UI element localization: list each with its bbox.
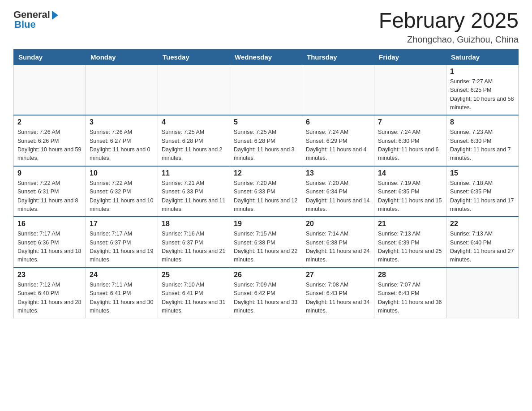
calendar-cell <box>158 64 230 115</box>
day-info: Sunrise: 7:22 AMSunset: 6:32 PMDaylight:… <box>90 179 154 214</box>
location-title: Zhongchao, Guizhou, China <box>379 34 519 45</box>
calendar-cell: 10Sunrise: 7:22 AMSunset: 6:32 PMDayligh… <box>86 166 158 217</box>
calendar-week-row: 9Sunrise: 7:22 AMSunset: 6:31 PMDaylight… <box>14 166 519 217</box>
day-number: 12 <box>234 169 298 177</box>
calendar-cell: 23Sunrise: 7:12 AMSunset: 6:40 PMDayligh… <box>14 268 86 318</box>
logo-arrow-icon <box>52 11 58 20</box>
day-info: Sunrise: 7:17 AMSunset: 6:37 PMDaylight:… <box>90 230 154 265</box>
day-info: Sunrise: 7:26 AMSunset: 6:26 PMDaylight:… <box>17 128 82 163</box>
day-info: Sunrise: 7:10 AMSunset: 6:41 PMDaylight:… <box>162 281 226 316</box>
calendar-cell: 20Sunrise: 7:14 AMSunset: 6:38 PMDayligh… <box>302 217 374 268</box>
calendar-header-saturday: Saturday <box>446 49 519 64</box>
calendar-cell: 27Sunrise: 7:08 AMSunset: 6:43 PMDayligh… <box>302 268 374 318</box>
day-info: Sunrise: 7:27 AMSunset: 6:25 PMDaylight:… <box>450 77 515 112</box>
calendar-cell: 25Sunrise: 7:10 AMSunset: 6:41 PMDayligh… <box>158 268 230 318</box>
calendar-cell <box>14 64 86 115</box>
calendar-cell: 18Sunrise: 7:16 AMSunset: 6:37 PMDayligh… <box>158 217 230 268</box>
calendar-cell: 3Sunrise: 7:26 AMSunset: 6:27 PMDaylight… <box>86 115 158 166</box>
calendar-cell: 4Sunrise: 7:25 AMSunset: 6:28 PMDaylight… <box>158 115 230 166</box>
calendar-cell <box>86 64 158 115</box>
day-info: Sunrise: 7:08 AMSunset: 6:43 PMDaylight:… <box>306 281 370 316</box>
calendar-header-tuesday: Tuesday <box>158 49 230 64</box>
day-number: 16 <box>17 220 82 228</box>
day-number: 10 <box>90 169 154 177</box>
calendar-header-monday: Monday <box>86 49 158 64</box>
day-number: 27 <box>306 271 370 279</box>
day-info: Sunrise: 7:07 AMSunset: 6:43 PMDaylight:… <box>378 281 442 316</box>
day-number: 22 <box>450 220 515 228</box>
day-number: 14 <box>378 169 442 177</box>
day-number: 4 <box>162 118 226 126</box>
calendar-cell: 2Sunrise: 7:26 AMSunset: 6:26 PMDaylight… <box>14 115 86 166</box>
calendar-week-row: 16Sunrise: 7:17 AMSunset: 6:36 PMDayligh… <box>14 217 519 268</box>
calendar-header-wednesday: Wednesday <box>230 49 302 64</box>
day-info: Sunrise: 7:20 AMSunset: 6:34 PMDaylight:… <box>306 179 370 214</box>
day-info: Sunrise: 7:17 AMSunset: 6:36 PMDaylight:… <box>17 230 82 265</box>
calendar-cell <box>230 64 302 115</box>
calendar-cell: 6Sunrise: 7:24 AMSunset: 6:29 PMDaylight… <box>302 115 374 166</box>
day-info: Sunrise: 7:15 AMSunset: 6:38 PMDaylight:… <box>234 230 298 265</box>
calendar-cell: 15Sunrise: 7:18 AMSunset: 6:35 PMDayligh… <box>446 166 519 217</box>
calendar-cell: 14Sunrise: 7:19 AMSunset: 6:35 PMDayligh… <box>374 166 446 217</box>
logo: General Blue <box>13 9 58 30</box>
calendar-cell: 16Sunrise: 7:17 AMSunset: 6:36 PMDayligh… <box>14 217 86 268</box>
calendar-cell: 1Sunrise: 7:27 AMSunset: 6:25 PMDaylight… <box>446 64 519 115</box>
calendar-cell: 28Sunrise: 7:07 AMSunset: 6:43 PMDayligh… <box>374 268 446 318</box>
day-number: 9 <box>17 169 82 177</box>
day-number: 17 <box>90 220 154 228</box>
calendar-cell: 7Sunrise: 7:24 AMSunset: 6:30 PMDaylight… <box>374 115 446 166</box>
day-info: Sunrise: 7:11 AMSunset: 6:41 PMDaylight:… <box>90 281 154 316</box>
day-number: 19 <box>234 220 298 228</box>
day-info: Sunrise: 7:16 AMSunset: 6:37 PMDaylight:… <box>162 230 226 265</box>
day-info: Sunrise: 7:22 AMSunset: 6:31 PMDaylight:… <box>17 179 82 214</box>
calendar-header-thursday: Thursday <box>302 49 374 64</box>
day-info: Sunrise: 7:24 AMSunset: 6:30 PMDaylight:… <box>378 128 442 163</box>
calendar-header-friday: Friday <box>374 49 446 64</box>
day-number: 11 <box>162 169 226 177</box>
calendar-cell <box>302 64 374 115</box>
page-header: General Blue February 2025 Zhongchao, Gu… <box>13 9 519 45</box>
calendar-table: SundayMondayTuesdayWednesdayThursdayFrid… <box>13 49 519 319</box>
calendar-header-row: SundayMondayTuesdayWednesdayThursdayFrid… <box>14 49 519 64</box>
calendar-cell: 13Sunrise: 7:20 AMSunset: 6:34 PMDayligh… <box>302 166 374 217</box>
day-info: Sunrise: 7:25 AMSunset: 6:28 PMDaylight:… <box>162 128 226 163</box>
month-title: February 2025 <box>379 9 519 33</box>
day-number: 20 <box>306 220 370 228</box>
day-number: 28 <box>378 271 442 279</box>
day-number: 25 <box>162 271 226 279</box>
calendar-week-row: 2Sunrise: 7:26 AMSunset: 6:26 PMDaylight… <box>14 115 519 166</box>
day-info: Sunrise: 7:20 AMSunset: 6:33 PMDaylight:… <box>234 179 298 214</box>
day-number: 2 <box>17 118 82 126</box>
calendar-cell: 22Sunrise: 7:13 AMSunset: 6:40 PMDayligh… <box>446 217 519 268</box>
day-info: Sunrise: 7:25 AMSunset: 6:28 PMDaylight:… <box>234 128 298 163</box>
day-info: Sunrise: 7:23 AMSunset: 6:30 PMDaylight:… <box>450 128 515 163</box>
calendar-week-row: 23Sunrise: 7:12 AMSunset: 6:40 PMDayligh… <box>14 268 519 318</box>
calendar-cell: 9Sunrise: 7:22 AMSunset: 6:31 PMDaylight… <box>14 166 86 217</box>
calendar-header-sunday: Sunday <box>14 49 86 64</box>
day-number: 1 <box>450 68 515 76</box>
day-info: Sunrise: 7:13 AMSunset: 6:40 PMDaylight:… <box>450 230 515 265</box>
day-number: 5 <box>234 118 298 126</box>
day-number: 21 <box>378 220 442 228</box>
day-number: 24 <box>90 271 154 279</box>
calendar-cell <box>374 64 446 115</box>
calendar-cell: 11Sunrise: 7:21 AMSunset: 6:33 PMDayligh… <box>158 166 230 217</box>
day-number: 23 <box>17 271 82 279</box>
calendar-cell: 8Sunrise: 7:23 AMSunset: 6:30 PMDaylight… <box>446 115 519 166</box>
calendar-cell: 5Sunrise: 7:25 AMSunset: 6:28 PMDaylight… <box>230 115 302 166</box>
day-number: 6 <box>306 118 370 126</box>
day-number: 26 <box>234 271 298 279</box>
logo-blue-text: Blue <box>13 19 36 30</box>
day-info: Sunrise: 7:21 AMSunset: 6:33 PMDaylight:… <box>162 179 226 214</box>
day-info: Sunrise: 7:26 AMSunset: 6:27 PMDaylight:… <box>90 128 154 163</box>
day-info: Sunrise: 7:09 AMSunset: 6:42 PMDaylight:… <box>234 281 298 316</box>
day-info: Sunrise: 7:12 AMSunset: 6:40 PMDaylight:… <box>17 281 82 316</box>
day-number: 18 <box>162 220 226 228</box>
day-number: 8 <box>450 118 515 126</box>
calendar-cell: 12Sunrise: 7:20 AMSunset: 6:33 PMDayligh… <box>230 166 302 217</box>
day-info: Sunrise: 7:19 AMSunset: 6:35 PMDaylight:… <box>378 179 442 214</box>
calendar-cell: 17Sunrise: 7:17 AMSunset: 6:37 PMDayligh… <box>86 217 158 268</box>
calendar-cell: 26Sunrise: 7:09 AMSunset: 6:42 PMDayligh… <box>230 268 302 318</box>
title-block: February 2025 Zhongchao, Guizhou, China <box>379 9 519 45</box>
day-number: 15 <box>450 169 515 177</box>
